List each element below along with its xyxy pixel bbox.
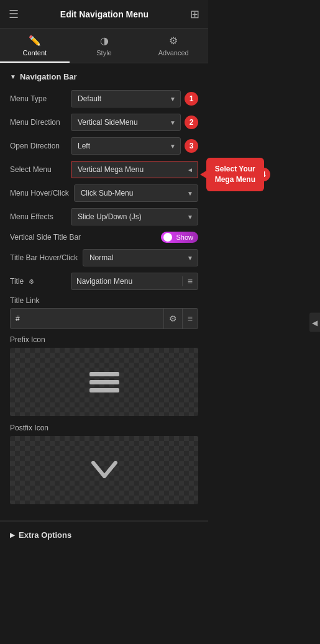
panel-collapse-button[interactable]: ◀	[309, 312, 320, 332]
postfix-icon-section: Postfix Icon	[10, 424, 198, 504]
title-link-label: Title Link	[10, 296, 198, 305]
content-icon: ✏️	[29, 35, 41, 47]
tab-advanced[interactable]: ⚙ Advanced	[139, 29, 208, 63]
svg-rect-0	[89, 372, 119, 376]
chevron-down-icon-svg	[89, 458, 119, 483]
collapse-arrow-icon: ◀	[312, 318, 318, 327]
panel-header: ☰ Edit Navigation Menu ⊞	[0, 0, 208, 29]
tab-content[interactable]: ✏️ Content	[0, 29, 70, 63]
menu-hover-row: Menu Hover/Click Click Sub-Menu ▼	[10, 184, 198, 202]
tooltip-area: 4 Select YourMega Menu	[214, 168, 270, 181]
menu-type-badge: 1	[185, 92, 198, 106]
svg-rect-2	[89, 388, 119, 392]
open-direction-label: Open Direction	[10, 142, 66, 150]
extra-options-title[interactable]: ▶ Extra Options	[10, 530, 198, 540]
title-input[interactable]	[71, 273, 182, 289]
right-panel: 4 Select YourMega Menu ◀	[208, 0, 320, 644]
extra-options-section: ▶ Extra Options	[0, 521, 208, 548]
select-menu-select-wrap: Vertical Mega Menu ◄	[71, 161, 198, 178]
title-row: Title ⚙ ≡	[10, 273, 198, 290]
grid-icon[interactable]: ⊞	[190, 7, 199, 21]
style-icon: ◑	[100, 35, 109, 47]
advanced-icon: ⚙	[169, 35, 178, 47]
title-link-wrap: ⚙ ≡	[10, 308, 198, 329]
menu-direction-label: Menu Direction	[10, 118, 66, 127]
vertical-side-bar-toggle[interactable]: Show	[161, 232, 198, 243]
menu-effects-row: Menu Effects Slide Up/Down (Js) ▼	[10, 208, 198, 225]
select-menu-row: Select Menu Vertical Mega Menu ◄	[10, 161, 198, 178]
title-label: Title ⚙	[10, 277, 66, 286]
title-bar-hover-select[interactable]: Normal	[83, 249, 198, 266]
open-direction-badge: 3	[185, 139, 198, 153]
menu-type-label: Menu Type	[10, 94, 66, 103]
title-link-input[interactable]	[11, 311, 163, 327]
title-list-icon[interactable]: ≡	[182, 276, 198, 286]
select-menu-label: Select Menu	[10, 165, 66, 174]
menu-hover-select-wrap: Click Sub-Menu ▼	[74, 184, 198, 202]
prefix-icon-label: Prefix Icon	[10, 335, 198, 344]
open-direction-row: Open Direction Left ▼ 3	[10, 137, 198, 155]
postfix-icon-label: Postfix Icon	[10, 424, 198, 432]
postfix-icon-preview[interactable]	[10, 436, 198, 504]
select-menu-select[interactable]: Vertical Mega Menu	[71, 161, 198, 178]
navigation-bar-section: ▼ Navigation Bar Menu Type Default ▼ 1 M…	[0, 63, 208, 521]
menu-effects-label: Menu Effects	[10, 212, 66, 221]
menu-direction-select[interactable]: Vertical SideMenu	[71, 114, 181, 131]
extra-options-arrow-icon: ▶	[10, 532, 15, 538]
menu-hover-select[interactable]: Click Sub-Menu	[74, 184, 198, 202]
title-link-list-icon[interactable]: ≡	[182, 309, 198, 329]
prefix-icon-section: Prefix Icon	[10, 335, 198, 416]
section-arrow: ▼	[10, 73, 16, 80]
title-link-settings-icon[interactable]: ⚙	[163, 309, 182, 329]
panel-title: Edit Navigation Menu	[19, 9, 190, 19]
title-link-row: Title Link ⚙ ≡	[10, 296, 198, 329]
menu-type-select[interactable]: Default	[71, 90, 181, 107]
hamburger-icon-svg	[87, 368, 122, 396]
menu-effects-select[interactable]: Slide Up/Down (Js)	[71, 208, 198, 225]
menu-type-select-wrap: Default ▼	[71, 90, 181, 107]
tooltip-callout: Select YourMega Menu	[206, 158, 264, 191]
title-settings-icon: ⚙	[29, 278, 34, 285]
title-bar-hover-select-wrap: Normal ▼	[83, 249, 198, 266]
menu-effects-select-wrap: Slide Up/Down (Js) ▼	[71, 208, 198, 225]
open-direction-select[interactable]: Left	[71, 137, 181, 155]
menu-direction-select-wrap: Vertical SideMenu ▼	[71, 114, 181, 131]
menu-direction-row: Menu Direction Vertical SideMenu ▼ 2	[10, 114, 198, 131]
title-bar-hover-label: Title Bar Hover/Click	[10, 253, 78, 262]
section-title-navigation-bar[interactable]: ▼ Navigation Bar	[10, 72, 198, 81]
vertical-side-bar-label: Vertical Side Title Bar	[10, 233, 81, 242]
svg-rect-1	[89, 380, 119, 384]
vertical-side-bar-row: Vertical Side Title Bar Show	[10, 232, 198, 243]
tabs-bar: ✏️ Content ◑ Style ⚙ Advanced	[0, 29, 208, 63]
open-direction-select-wrap: Left ▼	[71, 137, 181, 155]
menu-hover-label: Menu Hover/Click	[10, 189, 69, 197]
menu-direction-badge: 2	[185, 116, 198, 129]
title-field-wrap: ≡	[71, 273, 198, 290]
menu-icon[interactable]: ☰	[9, 7, 19, 21]
title-bar-hover-row: Title Bar Hover/Click Normal ▼	[10, 249, 198, 266]
menu-type-row: Menu Type Default ▼ 1	[10, 90, 198, 107]
prefix-icon-preview[interactable]	[10, 348, 198, 416]
tab-style[interactable]: ◑ Style	[70, 29, 139, 63]
